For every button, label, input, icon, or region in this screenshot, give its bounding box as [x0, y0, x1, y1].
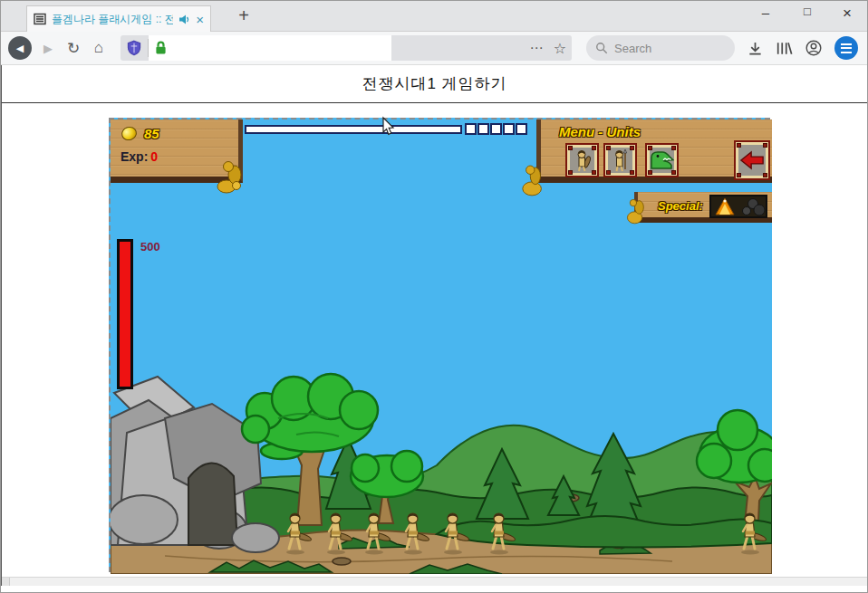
- gold-ornament: [625, 196, 649, 226]
- bookmark-star-icon[interactable]: ☆: [548, 40, 572, 57]
- back-button[interactable]: ◀: [8, 36, 32, 60]
- mouse-cursor: [381, 116, 396, 136]
- exp-value: 0: [150, 149, 158, 164]
- queue-slot: [516, 123, 527, 135]
- gold-ornament: [216, 159, 245, 194]
- menu-title: Menu - Units: [559, 124, 641, 139]
- scrollbar-corner: [2, 578, 10, 586]
- url-bar[interactable]: ⋯ ☆: [121, 35, 572, 61]
- unit-button-dino[interactable]: [645, 143, 679, 177]
- tab-close-icon[interactable]: ×: [196, 13, 204, 26]
- queue-slot: [477, 123, 489, 135]
- gold-ornament: [520, 163, 547, 197]
- account-icon[interactable]: [805, 40, 822, 56]
- forward-button[interactable]: ▶: [39, 42, 57, 55]
- spearman-icon: [609, 148, 632, 172]
- new-tab-button[interactable]: +: [231, 5, 256, 26]
- special-ability-button[interactable]: [709, 195, 767, 218]
- horizontal-scrollbar[interactable]: [2, 577, 867, 586]
- window-maximize-button[interactable]: □: [796, 5, 818, 18]
- search-box[interactable]: [586, 35, 735, 61]
- game-scene: [111, 120, 772, 574]
- clubman-icon: [571, 148, 594, 172]
- library-icon[interactable]: [776, 41, 793, 56]
- meteor-icon: [711, 196, 766, 216]
- game-canvas[interactable]: 85 Exp:0 Menu - Units: [109, 118, 770, 572]
- window-close-button[interactable]: ×: [836, 5, 858, 23]
- unit-button-spearman[interactable]: [603, 143, 637, 177]
- unit-button-clubman[interactable]: [565, 143, 599, 177]
- speaker-icon[interactable]: [178, 14, 190, 25]
- download-icon[interactable]: [747, 41, 763, 56]
- special-label: Special:: [658, 199, 703, 213]
- cave-opening: [188, 463, 237, 545]
- exp-label: Exp:: [121, 149, 148, 164]
- title-divider: [2, 102, 867, 103]
- red-back-arrow-icon: [738, 148, 766, 172]
- browser-toolbar: ◀ ▶ ↻ ⌂ ⋯ ☆: [1, 32, 867, 65]
- spawn-progress-bar: [245, 125, 462, 134]
- menu-units-panel: Menu - Units: [536, 120, 772, 183]
- https-lock-icon[interactable]: [153, 40, 169, 56]
- home-button[interactable]: ⌂: [90, 39, 108, 57]
- unit-queue: [464, 123, 527, 135]
- url-field[interactable]: [149, 35, 391, 61]
- search-input[interactable]: [614, 42, 714, 55]
- window-minimize-button[interactable]: –: [755, 5, 776, 20]
- reload-button[interactable]: ↻: [64, 39, 82, 58]
- foreground-bushes: [437, 516, 772, 548]
- hamburger-menu-icon[interactable]: [834, 36, 858, 60]
- tracking-shield-icon[interactable]: [121, 39, 148, 57]
- search-icon: [595, 42, 608, 54]
- page-title: 전쟁시대1 게임하기: [2, 65, 867, 94]
- page-content: 전쟁시대1 게임하기: [1, 65, 867, 586]
- url-input[interactable]: [172, 37, 391, 59]
- tab-title: 플겜나라 플래시게임 :: 전: [52, 12, 173, 27]
- site-favicon-icon: [34, 13, 46, 25]
- queue-slot: [465, 123, 477, 135]
- browser-tab[interactable]: 플겜나라 플래시게임 :: 전 ×: [26, 5, 211, 32]
- dino-icon: [650, 148, 674, 172]
- special-panel: Special:: [634, 192, 772, 223]
- menu-back-button[interactable]: [734, 140, 770, 180]
- page-actions-icon[interactable]: ⋯: [525, 40, 548, 56]
- gold-value: 85: [144, 126, 159, 141]
- gold-coin-icon: [120, 125, 139, 143]
- queue-slot: [503, 123, 515, 135]
- health-bar: [117, 239, 133, 389]
- health-value: 500: [140, 240, 160, 253]
- browser-window: 플겜나라 플래시게임 :: 전 × + – □ × ◀ ▶ ↻ ⌂: [0, 0, 868, 593]
- tab-bar: 플겜나라 플래시게임 :: 전 × + – □ ×: [1, 1, 867, 32]
- queue-slot: [490, 123, 502, 135]
